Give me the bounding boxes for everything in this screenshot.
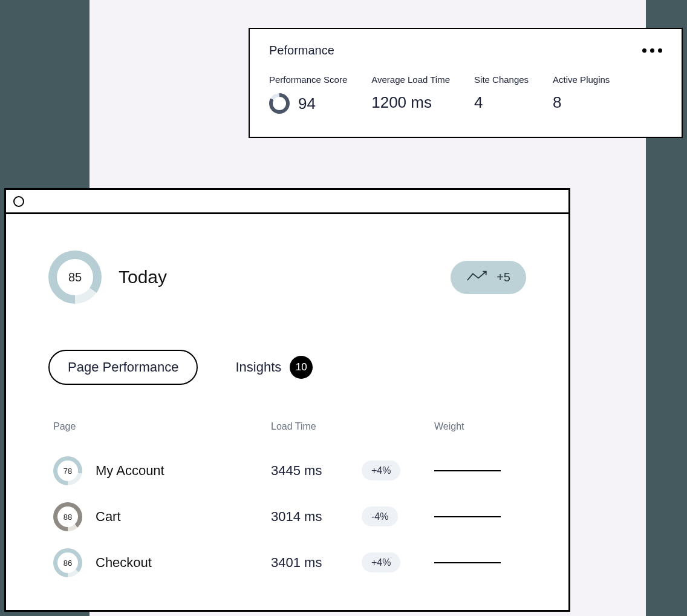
trend-pill[interactable]: +5 <box>451 261 526 294</box>
today-score: 85 <box>57 259 93 295</box>
table-row[interactable]: 78 My Account 3445 ms +4% <box>48 448 526 494</box>
metric-label: Site Changes <box>474 74 529 85</box>
metric-value: 4 <box>474 93 529 112</box>
row-gauge: 78 <box>53 456 82 485</box>
weight-bar <box>434 470 501 471</box>
gauge-icon <box>269 93 290 114</box>
row-delta: -4% <box>362 506 398 526</box>
metric-site-changes: Site Changes 4 <box>474 74 529 114</box>
today-label: Today <box>119 267 167 287</box>
weight-bar <box>434 562 501 563</box>
trend-value: +5 <box>497 270 510 284</box>
table-row[interactable]: 86 Checkout 3401 ms +4% <box>48 540 526 586</box>
metric-value: 1200 ms <box>371 93 450 112</box>
row-score: 86 <box>57 552 78 573</box>
table-row[interactable]: 88 Cart 3014 ms -4% <box>48 494 526 540</box>
metric-value: 94 <box>298 94 316 113</box>
row-delta: +4% <box>362 460 400 480</box>
metric-label: Average Load Time <box>371 74 450 85</box>
tab-page-performance[interactable]: Page Performance <box>48 350 198 385</box>
metric-label: Active Plugins <box>553 74 610 85</box>
row-load-time: 3445 ms <box>271 463 362 479</box>
tab-insights[interactable]: Insights 10 <box>217 347 331 387</box>
row-page-name: My Account <box>96 463 164 479</box>
metric-avg-load: Average Load Time 1200 ms <box>371 74 450 114</box>
insights-badge: 10 <box>290 356 313 379</box>
row-gauge: 88 <box>53 502 82 531</box>
col-page: Page <box>53 421 271 432</box>
performance-card-title: Peformance <box>269 44 334 57</box>
row-page-name: Checkout <box>96 555 152 571</box>
row-gauge: 86 <box>53 548 82 577</box>
row-page-name: Cart <box>96 509 121 525</box>
dashboard-window: 85 Today +5 Page Performance Insights 10 <box>4 188 570 612</box>
more-icon[interactable] <box>642 48 662 53</box>
trend-up-icon <box>466 269 490 286</box>
window-control-icon[interactable] <box>13 196 24 207</box>
metric-performance-score: Performance Score 94 <box>269 74 347 114</box>
window-titlebar <box>6 190 568 214</box>
row-delta: +4% <box>362 552 400 572</box>
tab-insights-label: Insights <box>235 359 281 375</box>
row-load-time: 3014 ms <box>271 509 362 525</box>
col-load-time: Load Time <box>271 421 434 432</box>
weight-bar <box>434 516 501 517</box>
metric-active-plugins: Active Plugins 8 <box>553 74 610 114</box>
row-load-time: 3401 ms <box>271 555 362 571</box>
today-gauge: 85 <box>48 251 102 304</box>
metric-value: 8 <box>553 93 610 112</box>
performance-card: Peformance Performance Score 94 Average … <box>249 28 683 138</box>
row-score: 78 <box>57 460 78 481</box>
metric-label: Performance Score <box>269 74 347 85</box>
col-weight: Weight <box>434 421 526 432</box>
row-score: 88 <box>57 506 78 527</box>
